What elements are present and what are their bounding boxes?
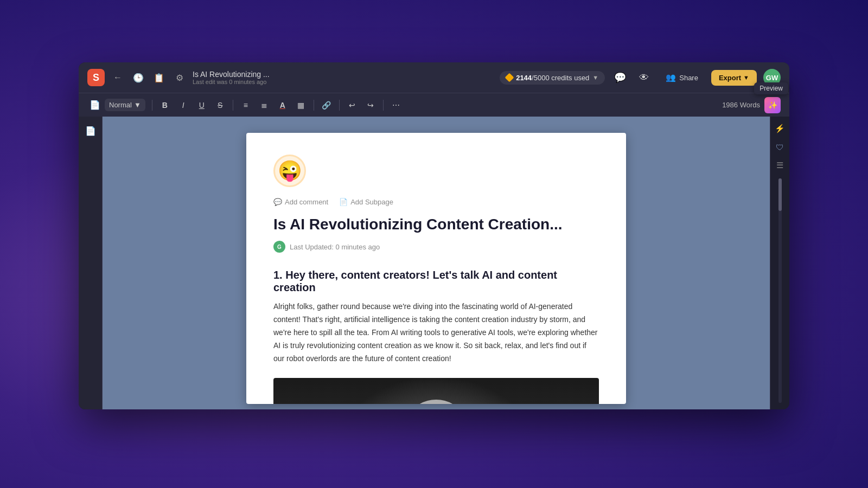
right-sidebar-list-icon[interactable]: ☰ <box>773 158 788 173</box>
settings-button[interactable]: ⚙ <box>172 70 187 85</box>
sidebar-icon-1[interactable]: 📄 <box>82 122 99 139</box>
subpage-icon: 📄 <box>339 198 348 206</box>
redo-button[interactable]: ↪ <box>362 97 379 113</box>
main-area: 📄 😜 💬 Add comment 📄 Ad <box>79 117 789 409</box>
italic-button[interactable]: I <box>175 97 192 113</box>
divider4 <box>339 100 340 111</box>
title-bar-left: S ← 🕒 📋 ⚙ Is AI Revolutionizing ... Last… <box>87 69 270 86</box>
credits-text: 2144/5000 credits used <box>516 74 589 82</box>
link-button[interactable]: 🔗 <box>318 97 335 113</box>
bold-button[interactable]: B <box>157 97 173 113</box>
title-bar: S ← 🕒 📋 ⚙ Is AI Revolutionizing ... Last… <box>79 62 789 93</box>
underline-button[interactable]: U <box>194 97 210 113</box>
section1-heading: 1. Hey there, content creators! Let's ta… <box>273 269 599 294</box>
style-chevron-icon: ▼ <box>134 101 141 109</box>
doc-type-icon: 📄 <box>87 98 103 113</box>
title-info: Is AI Revolutionizing ... Last edit was … <box>193 70 270 85</box>
comments-button[interactable]: 💬 <box>611 69 629 86</box>
left-sidebar: 📄 <box>79 117 103 409</box>
document-title-heading: Is AI Revolutionizing Content Creation..… <box>273 215 599 234</box>
document-wrapper: 😜 💬 Add comment 📄 Add Subpage Is AI Revo… <box>103 117 770 409</box>
scrollbar-track[interactable] <box>778 178 782 403</box>
asphalt-symbol: © <box>404 400 469 404</box>
align-button[interactable]: ≣ <box>256 97 272 113</box>
export-chevron-icon: ▼ <box>743 74 749 81</box>
credits-diamond-icon <box>505 73 514 82</box>
last-updated-text: Last Updated: 0 minutes ago <box>290 243 380 251</box>
right-sidebar-shield-icon[interactable]: 🛡 <box>773 139 788 155</box>
right-sidebar: ⚡ 🛡 ☰ <box>770 117 789 409</box>
document-title: Is AI Revolutionizing ... <box>193 70 270 79</box>
divider1 <box>152 100 152 111</box>
credits-badge[interactable]: 2144/5000 credits used ▼ <box>500 71 605 85</box>
comment-icon: 💬 <box>273 198 282 206</box>
ai-assistant-button[interactable]: ✨ <box>764 97 781 113</box>
document-emoji[interactable]: 😜 <box>273 155 306 187</box>
image-inner: © <box>273 378 599 404</box>
history-button[interactable]: 🕒 <box>131 70 146 85</box>
title-bar-right: 2144/5000 credits used ▼ 💬 👁 👥 Share Exp… <box>500 69 781 86</box>
right-sidebar-lightning-icon[interactable]: ⚡ <box>773 121 788 136</box>
last-edit-label: Last edit was 0 minutes ago <box>193 79 270 85</box>
divider3 <box>314 100 314 111</box>
doc-actions: 💬 Add comment 📄 Add Subpage <box>273 198 599 206</box>
strikethrough-button[interactable]: S <box>212 97 228 113</box>
back-button[interactable]: ← <box>110 70 125 85</box>
user-avatar[interactable]: GW <box>763 69 781 86</box>
divider5 <box>383 100 384 111</box>
highlight-button[interactable]: ▦ <box>293 97 309 113</box>
author-avatar: G <box>273 241 285 253</box>
document-meta: G Last Updated: 0 minutes ago <box>273 241 599 253</box>
add-comment-button[interactable]: 💬 Add comment <box>273 198 328 206</box>
duplicate-button[interactable]: 📋 <box>151 70 167 85</box>
formatting-toolbar: 📄 Normal ▼ B I U S ≡ ≣ A ▦ 🔗 ↩ ↪ ⋯ 1986 … <box>79 93 789 117</box>
section1-body: Alright folks, gather round because we'r… <box>273 300 599 365</box>
share-button[interactable]: 👥 Share <box>659 69 705 86</box>
word-count: 1986 Words <box>722 101 760 109</box>
toolbar-right: 1986 Words ✨ <box>722 97 781 113</box>
more-options-button[interactable]: ⋯ <box>388 97 404 113</box>
document-image: © <box>273 378 599 404</box>
document: 😜 💬 Add comment 📄 Add Subpage Is AI Revo… <box>246 133 626 404</box>
add-subpage-button[interactable]: 📄 Add Subpage <box>339 198 393 206</box>
bullet-list-button[interactable]: ≡ <box>238 97 254 113</box>
text-color-button[interactable]: A <box>275 97 291 113</box>
preview-button[interactable]: 👁 <box>635 69 653 86</box>
app-logo[interactable]: S <box>87 69 105 86</box>
export-button[interactable]: Export ▼ <box>711 70 757 86</box>
style-selector[interactable]: Normal ▼ <box>105 99 145 111</box>
divider2 <box>233 100 233 111</box>
scrollbar-thumb <box>778 178 782 211</box>
undo-button[interactable]: ↩ <box>344 97 360 113</box>
chevron-down-icon: ▼ <box>592 74 598 81</box>
content-area: 😜 💬 Add comment 📄 Add Subpage Is AI Revo… <box>103 117 770 409</box>
